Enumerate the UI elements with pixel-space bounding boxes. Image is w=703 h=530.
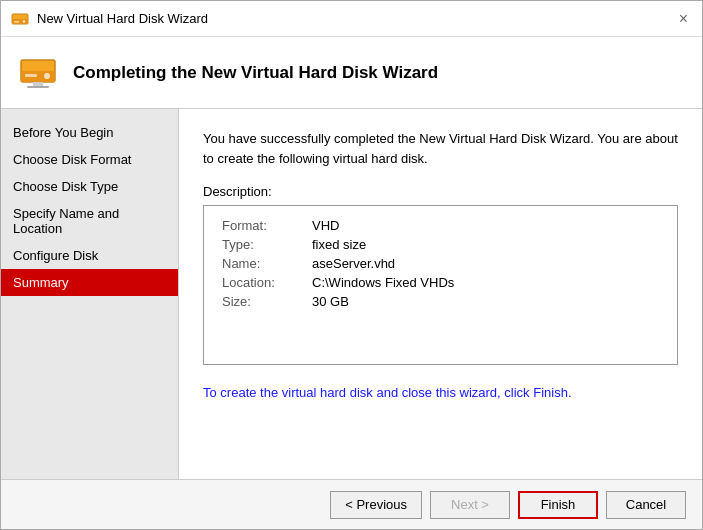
close-button[interactable]: × <box>675 11 692 27</box>
svg-rect-8 <box>33 82 43 86</box>
button-row: < Previous Next > Finish Cancel <box>1 479 702 529</box>
sidebar-item-summary[interactable]: Summary <box>1 269 178 296</box>
sidebar-item-specify-name[interactable]: Specify Name and Location <box>1 200 178 242</box>
wizard-window: New Virtual Hard Disk Wizard × Completin… <box>0 0 703 530</box>
cancel-button[interactable]: Cancel <box>606 491 686 519</box>
description-label: Description: <box>203 184 678 199</box>
description-value: aseServer.vhd <box>308 254 663 273</box>
table-row: Size:30 GB <box>218 292 663 311</box>
title-bar: New Virtual Hard Disk Wizard × <box>1 1 702 37</box>
sidebar-item-choose-disk-format[interactable]: Choose Disk Format <box>1 146 178 173</box>
table-row: Format:VHD <box>218 216 663 235</box>
description-value: VHD <box>308 216 663 235</box>
svg-point-2 <box>23 20 25 22</box>
content-area: Before You Begin Choose Disk Format Choo… <box>1 109 702 479</box>
intro-text: You have successfully completed the New … <box>203 129 678 168</box>
description-key: Location: <box>218 273 308 292</box>
svg-point-6 <box>44 73 50 79</box>
sidebar-item-before-you-begin[interactable]: Before You Begin <box>1 119 178 146</box>
main-content: You have successfully completed the New … <box>179 109 702 479</box>
description-key: Name: <box>218 254 308 273</box>
sidebar: Before You Begin Choose Disk Format Choo… <box>1 109 179 479</box>
window-icon <box>11 10 29 28</box>
description-value: fixed size <box>308 235 663 254</box>
svg-rect-3 <box>14 21 19 23</box>
description-key: Type: <box>218 235 308 254</box>
svg-rect-7 <box>25 74 37 77</box>
description-value: 30 GB <box>308 292 663 311</box>
svg-rect-9 <box>27 86 49 88</box>
description-key: Size: <box>218 292 308 311</box>
description-value: C:\Windows Fixed VHDs <box>308 273 663 292</box>
window-title: New Virtual Hard Disk Wizard <box>37 11 208 26</box>
sidebar-item-choose-disk-type[interactable]: Choose Disk Type <box>1 173 178 200</box>
table-row: Location:C:\Windows Fixed VHDs <box>218 273 663 292</box>
table-row: Type:fixed size <box>218 235 663 254</box>
title-bar-left: New Virtual Hard Disk Wizard <box>11 10 208 28</box>
sidebar-item-configure-disk[interactable]: Configure Disk <box>1 242 178 269</box>
description-table: Format:VHDType:fixed sizeName:aseServer.… <box>218 216 663 311</box>
description-key: Format: <box>218 216 308 235</box>
next-button[interactable]: Next > <box>430 491 510 519</box>
header-band: Completing the New Virtual Hard Disk Wiz… <box>1 37 702 109</box>
header-title: Completing the New Virtual Hard Disk Wiz… <box>73 63 438 83</box>
header-icon <box>17 52 59 94</box>
description-box: Format:VHDType:fixed sizeName:aseServer.… <box>203 205 678 365</box>
footer-text: To create the virtual hard disk and clos… <box>203 385 678 400</box>
table-row: Name:aseServer.vhd <box>218 254 663 273</box>
header-disk-icon <box>17 52 59 94</box>
previous-button[interactable]: < Previous <box>330 491 422 519</box>
finish-button[interactable]: Finish <box>518 491 598 519</box>
